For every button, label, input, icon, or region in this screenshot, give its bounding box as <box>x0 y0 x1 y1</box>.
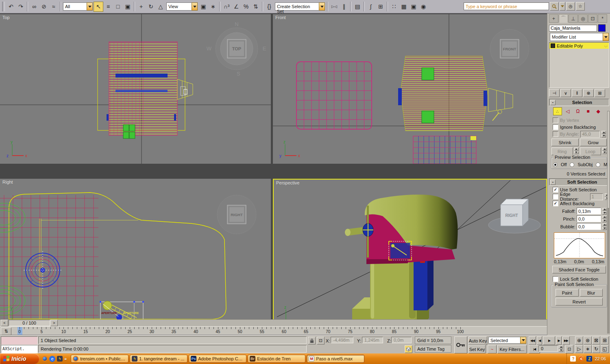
soft-selection-rollout-header[interactable]: - Soft Selection <box>549 178 609 186</box>
use-pivot-point-icon[interactable]: ▣ <box>198 2 208 12</box>
pinch-field[interactable]: 0,0 <box>577 215 601 222</box>
modifier-bulb-icon[interactable] <box>551 43 555 48</box>
select-and-scale-icon[interactable]: △ <box>156 2 166 12</box>
y-coordinate-field[interactable]: 1,245m <box>362 337 383 343</box>
paint-button[interactable]: Paint <box>556 289 579 297</box>
render-setup-icon[interactable]: ▦ <box>399 2 409 12</box>
zoom-extents-all-icon[interactable]: ⊞ <box>601 336 609 344</box>
play-animation-icon[interactable]: ▶ <box>543 336 555 345</box>
set-key-button[interactable]: Set Key <box>468 345 486 353</box>
object-name-field[interactable] <box>549 25 597 32</box>
previous-frame-arrow-icon[interactable]: < <box>1 320 8 326</box>
pinch-spinner[interactable] <box>602 216 607 222</box>
undo-icon[interactable]: ↶ <box>6 2 16 12</box>
viewport-top[interactable]: Top <box>0 14 271 164</box>
auto-key-button[interactable]: Auto Key <box>468 336 487 345</box>
pin-stack-icon[interactable]: ⊣ <box>549 89 560 97</box>
field-of-view-icon[interactable]: ▷ <box>575 345 583 353</box>
bubble-field[interactable]: 0,0 <box>577 223 601 230</box>
object-color-swatch[interactable] <box>598 24 606 32</box>
layer-manager-icon[interactable]: ▤ <box>353 2 362 12</box>
modifier-stack-selected-row[interactable]: Editable Poly ·.· <box>549 43 609 49</box>
select-and-manipulate-icon[interactable]: ∗ <box>208 2 218 12</box>
frame-spinner[interactable] <box>559 345 563 352</box>
maxscript-mini-listener[interactable]: AXScript. <box>1 345 38 353</box>
zoom-all-icon[interactable]: ⊛ <box>584 336 592 344</box>
mirror-icon[interactable]: ▷◁ <box>329 2 339 12</box>
winamp-quicklaunch-icon[interactable]: ϟ <box>57 356 63 362</box>
affect-backfacing-checkbox[interactable]: ✓ <box>553 201 558 206</box>
by-angle-checkbox[interactable] <box>553 131 558 137</box>
taskbar-task-1[interactable]: ϟ1. tangerine dream - ... <box>130 355 187 363</box>
z-coordinate-field[interactable]: 0,0m <box>391 337 412 343</box>
bubble-spinner[interactable] <box>602 223 607 230</box>
falloff-field[interactable]: 0,13m <box>577 208 601 214</box>
chevron-down-icon[interactable] <box>192 2 198 11</box>
edge-subobject-icon[interactable]: ◁ <box>563 107 572 115</box>
named-selection-sets-icon[interactable]: {} <box>264 2 274 12</box>
border-subobject-icon[interactable]: Ω <box>573 107 582 115</box>
ignore-backfacing-checkbox[interactable] <box>553 124 558 130</box>
messenger-quicklaunch-icon[interactable]: e <box>49 356 55 362</box>
zoom-extents-icon[interactable]: ⊠ <box>592 336 600 344</box>
edge-distance-field[interactable]: 1 <box>590 193 603 200</box>
key-mode-dropdown[interactable]: Selected <box>488 337 526 345</box>
tab-display-icon[interactable]: ⊡ <box>588 14 597 23</box>
ring-spinner[interactable] <box>574 147 579 154</box>
by-vertex-checkbox[interactable] <box>553 117 558 123</box>
go-to-start-icon[interactable]: ◀◀ <box>529 336 536 345</box>
min-max-toggle-icon[interactable]: ◱ <box>601 345 609 353</box>
viewcube-perspective[interactable]: RIGHT <box>488 199 540 233</box>
ring-button[interactable]: Ring <box>551 147 573 155</box>
angle-snap-icon[interactable]: ∠ <box>231 2 241 12</box>
redo-icon[interactable]: ↷ <box>16 2 26 12</box>
search-icon[interactable] <box>550 2 559 11</box>
by-angle-field[interactable]: 45,0 <box>580 131 600 138</box>
start-button[interactable]: Inicio <box>0 353 39 364</box>
material-editor-icon[interactable]: ∷ <box>389 2 399 12</box>
use-soft-selection-checkbox[interactable]: ✓ <box>553 187 558 193</box>
taskbar-task-4[interactable]: MPaso a nivel5.max <box>307 355 364 363</box>
vertex-subobject-icon[interactable]: ∴ <box>553 107 562 115</box>
grow-button[interactable]: Grow <box>580 139 607 146</box>
loop-button[interactable]: Loop <box>580 147 601 155</box>
viewport-label[interactable]: Perspective <box>276 180 299 185</box>
help-tray-icon[interactable]: ? <box>570 356 576 362</box>
configure-modifier-sets-icon[interactable]: ⊞ <box>595 89 605 97</box>
selection-filter-dropdown[interactable]: All <box>63 2 93 11</box>
select-and-link-icon[interactable]: ∞ <box>29 2 39 12</box>
quicklaunch-chevron-icon[interactable]: » <box>64 356 67 361</box>
taskbar-task-3[interactable]: BrEstación de Tren <box>248 355 305 363</box>
collapse-icon[interactable]: - <box>550 100 556 105</box>
firefox-quicklaunch-icon[interactable] <box>42 356 48 362</box>
collapse-icon[interactable]: - <box>550 180 556 185</box>
chevron-down-icon[interactable] <box>520 337 526 344</box>
percent-snap-icon[interactable]: % <box>241 2 251 12</box>
add-time-tag[interactable]: Add Time Tag <box>415 345 451 353</box>
viewport-front[interactable]: Front <box>273 14 547 164</box>
preview-multi-radio[interactable] <box>596 162 600 167</box>
quick-render-icon[interactable]: ◉ <box>418 2 428 12</box>
snaps-toggle-icon[interactable]: ∩³ <box>222 2 231 12</box>
viewcube-front[interactable]: FRONT <box>490 29 529 68</box>
select-by-name-icon[interactable]: ≡ <box>103 2 113 12</box>
blur-button[interactable]: Blur <box>580 289 603 297</box>
toolbar-grip[interactable] <box>2 2 5 11</box>
lock-soft-selection-checkbox[interactable] <box>553 276 558 282</box>
by-angle-spinner[interactable] <box>601 131 606 137</box>
set-keys-key-icon[interactable] <box>454 336 467 353</box>
modifier-stack[interactable]: Editable Poly ·.· <box>549 42 609 88</box>
tab-motion-icon[interactable]: ◎ <box>578 14 588 23</box>
chevron-down-icon[interactable] <box>319 2 325 11</box>
element-subobject-icon[interactable]: ◆ <box>594 107 603 115</box>
pan-icon[interactable]: ∗ <box>584 345 592 353</box>
select-and-rotate-icon[interactable]: ↻ <box>146 2 156 12</box>
scrollbar-thumb[interactable] <box>607 111 610 208</box>
isometric-view-cube-icon[interactable] <box>405 345 412 353</box>
select-object-icon[interactable]: ↖ <box>94 2 103 12</box>
align-icon[interactable]: ∥ <box>339 2 349 12</box>
default-in-out-tangent-icon[interactable]: ~ <box>488 345 497 353</box>
zonealarm-tray-icon[interactable]: Z <box>586 356 592 362</box>
chevron-down-icon[interactable] <box>87 2 93 11</box>
tab-create-icon[interactable]: + <box>549 14 558 23</box>
